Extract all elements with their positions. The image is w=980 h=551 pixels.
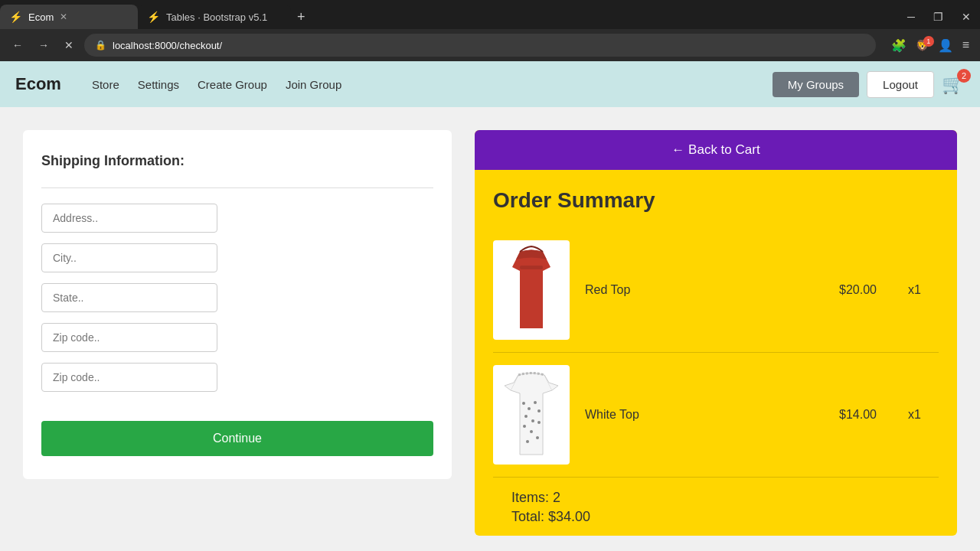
svg-point-5 [524,415,528,418]
back-button[interactable]: ← [8,36,28,54]
new-tab-button[interactable]: + [291,9,312,25]
item-image-white-top [493,365,570,465]
item-image-red-top [493,240,570,340]
my-groups-button[interactable]: My Groups [773,72,859,97]
order-item: White Top $14.00 x1 [493,353,939,478]
item-name-red-top: Red Top [585,283,824,297]
svg-point-10 [536,436,539,439]
tab2[interactable]: ⚡ Tables · Bootstrap v5.1 [138,5,291,29]
zip2-input[interactable] [41,363,217,392]
total-price: Total: $34.00 [511,509,920,525]
stop-button[interactable]: ✕ [60,36,78,54]
continue-button[interactable]: Continue [41,421,433,456]
close-button[interactable]: ✕ [952,5,980,29]
nav-join-group[interactable]: Join Group [286,78,341,91]
zip1-input[interactable] [41,323,217,352]
address-input[interactable] [41,204,217,233]
svg-point-3 [534,401,537,404]
svg-point-9 [530,430,533,433]
minimize-button[interactable]: ─ [898,5,924,29]
menu-icon[interactable]: ≡ [959,37,972,54]
order-item: Red Top $20.00 x1 [493,228,939,353]
brave-shield-wrap: 🦁 1 [913,38,932,52]
item-qty-white-top: x1 [908,408,939,422]
svg-rect-0 [520,266,543,269]
zip1-group [41,323,433,352]
svg-point-6 [531,419,534,422]
svg-point-1 [522,402,525,405]
shipping-panel: Shipping Information: Continue [23,130,452,479]
order-panel: ← Back to Cart Order Summary [475,130,957,536]
brave-badge: 1 [923,36,934,47]
svg-point-11 [526,440,529,443]
forward-button[interactable]: → [34,36,54,54]
city-input[interactable] [41,243,217,272]
items-count: Items: 2 [511,490,920,506]
active-tab[interactable]: ⚡ Ecom ✕ [0,5,138,29]
main-content: Shipping Information: Continue ← Back to… [0,107,980,551]
active-tab-label: Ecom [28,11,54,23]
address-group [41,204,433,233]
order-body: Order Summary Red Top $ [475,170,957,536]
brand-logo[interactable]: Ecom [15,74,61,94]
city-group [41,243,433,272]
tab-close-button[interactable]: ✕ [60,11,67,22]
nav-create-group[interactable]: Create Group [198,78,267,91]
item-price-red-top: $20.00 [839,283,893,297]
svg-point-4 [537,409,541,412]
svg-point-8 [523,425,526,428]
url-text: localhost:8000/checkout/ [113,40,222,51]
cart-badge: 2 [957,69,971,83]
navbar: Ecom Store Settings Create Group Join Gr… [0,61,980,107]
restore-button[interactable]: ❐ [924,5,952,29]
nav-links: Store Settings Create Group Join Group [92,78,750,91]
zip2-group [41,363,433,392]
nav-right: My Groups Logout 🛒 2 [773,71,965,98]
back-to-cart-button[interactable]: ← Back to Cart [475,130,957,170]
extensions-icon[interactable]: 🧩 [888,37,910,54]
svg-point-2 [528,407,531,410]
order-footer: Items: 2 Total: $34.00 [493,478,939,536]
state-group [41,283,433,312]
item-name-white-top: White Top [585,408,824,422]
profile-icon[interactable]: 👤 [935,37,956,54]
cart-icon-wrap[interactable]: 🛒 2 [942,73,965,95]
logout-button[interactable]: Logout [867,71,934,98]
svg-point-7 [537,421,541,424]
item-qty-red-top: x1 [908,283,939,297]
url-bar[interactable]: 🔒 localhost:8000/checkout/ [84,34,876,57]
shipping-title: Shipping Information: [41,153,433,169]
order-summary-title: Order Summary [493,188,939,213]
lock-icon: 🔒 [95,40,106,51]
item-price-white-top: $14.00 [839,408,893,422]
state-input[interactable] [41,283,217,312]
nav-store[interactable]: Store [92,78,119,91]
tab2-label: Tables · Bootstrap v5.1 [166,11,267,23]
divider [41,187,433,188]
nav-settings[interactable]: Settings [138,78,179,91]
